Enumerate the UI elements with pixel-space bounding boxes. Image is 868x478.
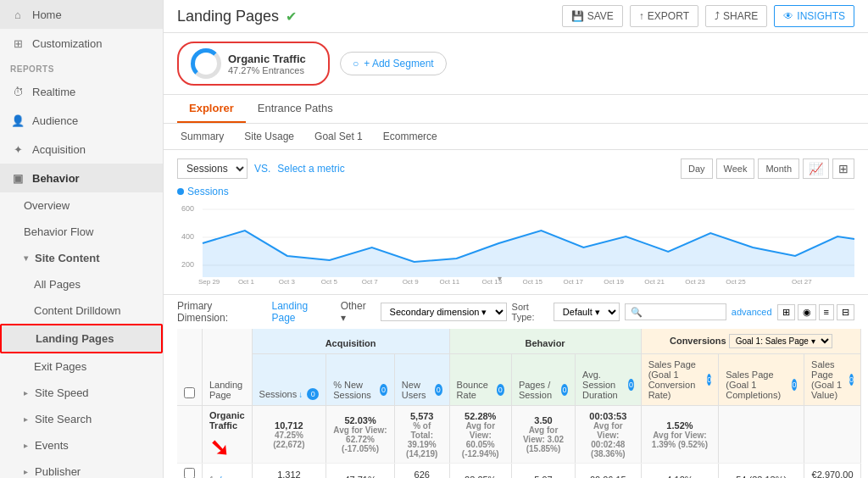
th-avg-session-duration[interactable]: Avg. Session Duration 0: [576, 354, 642, 406]
sidebar-item-audience[interactable]: 👤 Audience: [0, 106, 163, 135]
segment-donut-chart: [191, 48, 221, 79]
th-landing-page: Landing Page: [203, 329, 253, 406]
plus-icon: ○: [353, 58, 359, 69]
svg-text:Sep 29: Sep 29: [198, 278, 220, 286]
sidebar-item-all-pages[interactable]: All Pages: [0, 271, 163, 297]
primary-tabs: Explorer Entrance Paths: [164, 95, 868, 124]
sidebar-item-realtime[interactable]: ⏱ Realtime: [0, 77, 163, 106]
bar-view-button[interactable]: ≡: [819, 304, 834, 320]
week-button[interactable]: Week: [716, 158, 755, 179]
sidebar-item-behavior[interactable]: ▣ Behavior: [0, 164, 163, 192]
secondary-dimension-select[interactable]: Secondary dimension ▾: [381, 303, 507, 321]
metric-select[interactable]: Sessions: [177, 158, 248, 179]
th-pages-session[interactable]: Pages / Session 0: [511, 354, 575, 406]
share-button[interactable]: ⤴ SHARE: [705, 5, 767, 27]
th-pct-new-sessions[interactable]: % New Sessions 0: [326, 354, 395, 406]
landing-page-link[interactable]: Landing Page: [271, 300, 333, 324]
th-sales-completions[interactable]: Sales Page (Goal 1 Completions) 0: [719, 354, 804, 406]
th-acquisition-group: Acquisition: [252, 329, 449, 354]
tab-entrance-paths[interactable]: Entrance Paths: [246, 95, 345, 123]
verified-icon: ✔: [286, 8, 297, 25]
table-row: 📋 1. / 1,312 (12.25%) 47.71% 626 (11.23%…: [177, 464, 861, 479]
data-table: Landing Page Acquisition Behavior Conver…: [177, 329, 861, 478]
sidebar: ⌂ Home ⊞ Customization REPORTS ⏱ Realtim…: [0, 0, 164, 478]
insights-button[interactable]: 👁 INSIGHTS: [774, 5, 854, 27]
svg-text:400: 400: [181, 232, 194, 241]
summary-row: Organic Traffic ➘ 10,712 47.25% (22,672)…: [177, 406, 861, 464]
svg-text:Oct 11: Oct 11: [440, 278, 460, 286]
header-actions: 💾 SAVE ↑ EXPORT ⤴ SHARE 👁 INSIGHTS: [562, 5, 854, 27]
sidebar-item-behavior-flow[interactable]: Behavior Flow: [0, 219, 163, 245]
secondary-tabs: Summary Site Usage Goal Set 1 Ecommerce: [164, 124, 868, 150]
summary-conv-rate: 1.52% Avg for View: 1.39% (9.52%): [641, 406, 719, 464]
table-search-input[interactable]: [625, 303, 726, 320]
pivot-button[interactable]: ⊟: [837, 304, 854, 320]
sidebar-item-site-content[interactable]: ▾ Site Content: [0, 245, 163, 271]
sessions-chart: 600 400 200 Sep 29 Oct 1 Oct 3 Oct 5 Oct…: [177, 201, 854, 286]
main-content: Landing Pages ✔ 💾 SAVE ↑ EXPORT ⤴ SHARE …: [164, 0, 868, 478]
segment-bar: Organic Traffic 47.27% Entrances ○ + Add…: [164, 33, 868, 95]
sidebar-item-site-speed[interactable]: ▸ Site Speed: [0, 380, 163, 406]
svg-text:600: 600: [181, 204, 194, 213]
svg-text:Oct 21: Oct 21: [644, 278, 665, 286]
th-new-users[interactable]: New Users 0: [394, 354, 449, 406]
expand-arrow-search: ▸: [24, 414, 28, 424]
chart-controls: Sessions VS. Select a metric Day Week Mo…: [177, 158, 854, 179]
th-bounce-rate[interactable]: Bounce Rate 0: [449, 354, 511, 406]
sidebar-item-acquisition[interactable]: ✦ Acquisition: [0, 135, 163, 164]
sidebar-item-landing-pages[interactable]: Landing Pages: [0, 324, 163, 353]
row-completions: 54 (33.13%): [719, 464, 804, 479]
subtab-site-usage[interactable]: Site Usage: [241, 129, 298, 144]
sort-type-label: Sort Type:: [512, 302, 548, 322]
subtab-summary[interactable]: Summary: [177, 129, 227, 144]
tab-explorer[interactable]: Explorer: [177, 95, 246, 123]
month-button[interactable]: Month: [758, 158, 799, 179]
subtab-goal-set-1[interactable]: Goal Set 1: [311, 129, 366, 144]
table-view-button[interactable]: ⊞: [777, 304, 795, 320]
segment-chip[interactable]: Organic Traffic 47.27% Entrances: [177, 42, 330, 86]
svg-text:Oct 9: Oct 9: [403, 278, 420, 286]
share-icon: ⤴: [715, 10, 720, 22]
row-checkbox[interactable]: [184, 468, 195, 478]
th-sales-conversion[interactable]: Sales Page (Goal 1 Conversion Rate) 0: [641, 354, 719, 406]
save-icon: 💾: [571, 10, 584, 22]
goal-select[interactable]: Goal 1: Sales Page ▾: [729, 334, 832, 348]
sessions-dot: [177, 188, 184, 195]
audience-icon: 👤: [10, 113, 25, 128]
sidebar-item-events[interactable]: ▸ Events: [0, 432, 163, 459]
realtime-icon: ⏱: [10, 84, 25, 99]
save-button[interactable]: 💾 SAVE: [562, 5, 623, 27]
primary-dimension-label: Primary Dimension:: [177, 300, 264, 324]
advanced-link[interactable]: advanced: [732, 307, 772, 317]
svg-text:200: 200: [181, 260, 194, 269]
select-all-checkbox[interactable]: [184, 387, 195, 398]
sidebar-item-site-search[interactable]: ▸ Site Search: [0, 406, 163, 432]
th-sales-value[interactable]: Sales Page (Goal 1 Value) 0: [804, 354, 861, 406]
th-behavior-group: Behavior: [449, 329, 641, 354]
select-metric-link[interactable]: Select a metric: [277, 163, 344, 175]
th-sessions[interactable]: Sessions ↓ 0: [252, 354, 326, 406]
sort-type-select[interactable]: Default ▾: [554, 303, 620, 321]
sidebar-item-overview[interactable]: Overview: [0, 192, 163, 219]
chart-area: Sessions VS. Select a metric Day Week Mo…: [164, 150, 868, 295]
row-bounce-rate: 23.25%: [449, 464, 511, 479]
subtab-ecommerce[interactable]: Ecommerce: [380, 129, 441, 144]
customization-icon: ⊞: [10, 36, 25, 51]
day-button[interactable]: Day: [681, 158, 713, 179]
export-button[interactable]: ↑ EXPORT: [630, 5, 698, 27]
sidebar-item-content-drilldown[interactable]: Content Drilldown: [0, 297, 163, 324]
sidebar-item-home[interactable]: ⌂ Home: [0, 0, 163, 29]
bar-chart-button[interactable]: ⊞: [832, 158, 854, 179]
pie-view-button[interactable]: ◉: [798, 304, 816, 320]
insights-icon: 👁: [783, 10, 793, 22]
svg-text:Oct 5: Oct 5: [321, 278, 338, 286]
sidebar-item-customization[interactable]: ⊞ Customization: [0, 29, 163, 58]
svg-text:Oct 7: Oct 7: [362, 278, 379, 286]
line-chart-button[interactable]: 📈: [803, 158, 829, 179]
sidebar-item-publisher[interactable]: ▸ Publisher: [0, 459, 163, 478]
summary-completions: [719, 406, 804, 464]
expand-arrow-publisher: ▸: [24, 467, 28, 476]
expand-arrow-events: ▸: [24, 441, 28, 450]
sidebar-item-exit-pages[interactable]: Exit Pages: [0, 353, 163, 380]
add-segment-button[interactable]: ○ + Add Segment: [340, 52, 447, 75]
